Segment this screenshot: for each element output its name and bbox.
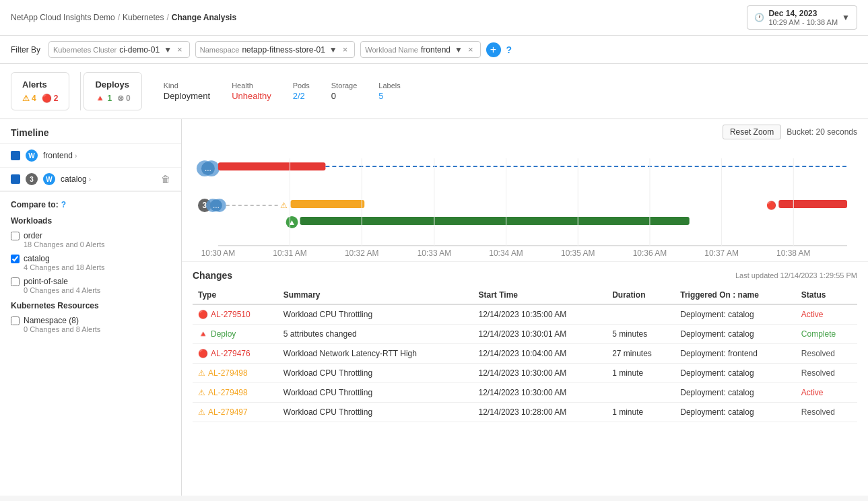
info-labels-value[interactable]: 5 [378, 91, 400, 101]
info-labels-label: Labels [378, 81, 400, 90]
filter-namespace-dropdown[interactable]: ▼ [328, 44, 339, 55]
filter-workload-close[interactable]: × [465, 44, 476, 55]
type-link[interactable]: AL-279476 [211, 349, 251, 358]
breadcrumb-part1[interactable]: NetApp Cloud Insights Demo [11, 13, 115, 22]
filter-tag-workload-label: Workload Name [365, 46, 418, 54]
cell-triggered: Deployment: catalog [675, 403, 796, 422]
deploys-gray-badge: ⊗ 0 [117, 94, 131, 103]
workload-catalog-sub: 4 Changes and 18 Alerts [24, 263, 170, 271]
filter-cluster-dropdown[interactable]: ▼ [162, 44, 173, 55]
cell-starttime: 12/14/2023 10:30:00 AM [473, 383, 607, 403]
namespace-label[interactable]: Namespace (8) [11, 316, 170, 325]
warning-icon: ⚠ [22, 94, 30, 103]
workload-catalog-label[interactable]: catalog [11, 254, 170, 263]
deploys-card-title: Deploys [95, 79, 130, 90]
workload-order-checkbox[interactable] [11, 232, 20, 240]
workload-order-label[interactable]: order [11, 231, 170, 240]
type-link[interactable]: AL-279497 [208, 407, 248, 417]
frontend-color-square [11, 151, 20, 160]
cell-type[interactable]: 🔴AL-279510 [193, 304, 278, 325]
filter-help-button[interactable]: ? [506, 44, 512, 55]
svg-text:10:30 AM: 10:30 AM [201, 248, 236, 258]
alerts-error-count: 2 [54, 94, 59, 103]
info-kind-label: Kind [164, 81, 210, 90]
cell-status: Resolved [796, 364, 857, 383]
cell-triggered: Deployment: catalog [675, 325, 796, 344]
type-link[interactable]: Deploy [211, 329, 236, 339]
reset-zoom-button[interactable]: Reset Zoom [723, 125, 781, 139]
changes-title: Changes [193, 270, 232, 281]
cell-duration [607, 304, 675, 325]
compare-title: Compare to: ? [11, 200, 170, 209]
filter-tag-cluster: Kubernetes Cluster ci-demo-01 ▼ × [48, 41, 190, 58]
svg-text:10:35 AM: 10:35 AM [561, 248, 595, 258]
info-storage-value: 0 [331, 91, 358, 101]
namespace-text: Namespace (8) [24, 316, 79, 325]
catalog-chevron: › [89, 176, 91, 183]
breadcrumb-current: Change Analysis [172, 13, 236, 22]
svg-text:▲: ▲ [288, 218, 296, 227]
timeline-chart: Reset Zoom Bucket: 20 seconds ... 3 [182, 119, 868, 262]
breadcrumb-part2[interactable]: Kubernetes [123, 13, 164, 22]
filter-namespace-close[interactable]: × [340, 44, 351, 55]
changes-header: Changes Last updated 12/14/2023 1:29:55 … [193, 270, 857, 281]
table-row: 🔴AL-279476 Workload Network Latency-RTT … [193, 344, 857, 364]
workload-catalog-checkbox[interactable] [11, 255, 20, 263]
changes-table-header: Type Summary Start Time Duration Trigger… [193, 286, 857, 304]
timeline-item-frontend[interactable]: W frontend › [0, 144, 181, 168]
workload-order-item: order 18 Changes and 0 Alerts [11, 231, 170, 248]
date-value: Dec 14, 2023 [768, 9, 838, 18]
namespace-checkbox[interactable] [11, 316, 20, 325]
info-storage-label: Storage [331, 81, 358, 90]
filter-workload-dropdown[interactable]: ▼ [453, 44, 464, 55]
cell-type[interactable]: ⚠AL-279498 [193, 364, 278, 383]
alerts-warning-badge: ⚠ 4 [22, 94, 36, 103]
type-link[interactable]: AL-279510 [211, 310, 251, 319]
cell-triggered: Deployment: catalog [675, 364, 796, 383]
compare-section: Compare to: ? Workloads order 18 Changes… [0, 191, 181, 345]
filter-cluster-close[interactable]: × [174, 44, 185, 55]
workload-pos-label[interactable]: point-of-sale [11, 277, 170, 286]
filter-tag-cluster-label: Kubernetes Cluster [53, 46, 116, 54]
info-health: Health Unhealthy [232, 81, 271, 101]
cell-status: Resolved [796, 403, 857, 422]
workload-catalog-text: catalog [24, 254, 50, 263]
cell-summary: Workload CPU Throttling [278, 304, 473, 325]
info-labels: Labels 5 [378, 81, 400, 101]
frontend-workload-name: frontend › [43, 151, 77, 160]
info-kind: Kind Deployment [164, 81, 210, 101]
info-pods: Pods 2/2 [293, 81, 310, 101]
type-link[interactable]: AL-279498 [208, 388, 248, 397]
cell-status: Active [796, 304, 857, 325]
info-pods-value[interactable]: 2/2 [293, 91, 310, 101]
svg-text:⚠: ⚠ [280, 201, 288, 210]
sidebar: Timeline W frontend › 3 W catalog › 🗑 C [0, 119, 182, 496]
filter-tag-workload: Workload Name frontend ▼ × [360, 41, 480, 58]
type-link[interactable]: AL-279498 [208, 368, 248, 378]
catalog-color-square [11, 174, 20, 184]
timeline-item-catalog[interactable]: 3 W catalog › 🗑 [0, 168, 181, 191]
col-summary: Summary [278, 286, 473, 304]
cell-type[interactable]: ⚠AL-279498 [193, 383, 278, 403]
cell-summary: Workload CPU Throttling [278, 383, 473, 403]
alerts-card: Alerts ⚠ 4 🔴 2 [11, 72, 69, 110]
cell-type[interactable]: 🔺Deploy [193, 325, 278, 344]
svg-text:🔴: 🔴 [766, 200, 776, 210]
workload-pos-checkbox[interactable] [11, 277, 20, 286]
time-range-value: 10:29 AM - 10:38 AM [768, 18, 838, 26]
cell-status: Resolved [796, 344, 857, 364]
svg-rect-19 [300, 217, 690, 225]
filter-tag-cluster-value: ci-demo-01 [119, 45, 160, 55]
cell-type[interactable]: ⚠AL-279497 [193, 403, 278, 422]
deploys-card: Deploys 🔺 1 ⊗ 0 [84, 72, 141, 110]
frontend-chevron: › [75, 152, 77, 160]
bucket-label: Bucket: 20 seconds [787, 127, 857, 137]
svg-text:...: ... [213, 201, 220, 210]
catalog-delete-icon[interactable]: 🗑 [161, 174, 170, 185]
date-picker[interactable]: 🕐 Dec 14, 2023 10:29 AM - 10:38 AM ▼ [747, 5, 857, 30]
svg-text:10:38 AM: 10:38 AM [776, 248, 811, 258]
compare-help-icon[interactable]: ? [61, 200, 66, 209]
info-pods-label: Pods [293, 81, 310, 90]
cell-type[interactable]: 🔴AL-279476 [193, 344, 278, 364]
add-filter-button[interactable]: + [486, 42, 501, 57]
